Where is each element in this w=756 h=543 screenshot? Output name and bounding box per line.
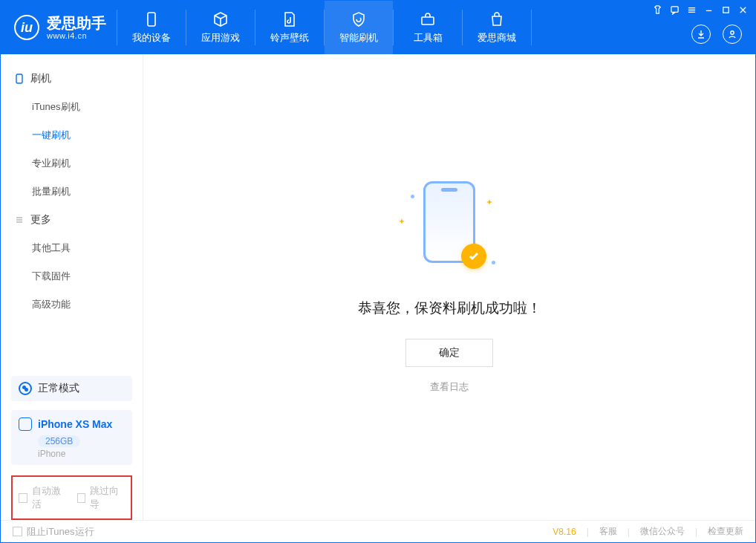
checkbox-block-itunes[interactable]: 阻止iTunes运行 (13, 525, 94, 539)
phone-small-icon (14, 74, 25, 84)
sparkle-icon (399, 214, 405, 220)
brand-logo-icon: iu (14, 15, 39, 40)
nav-toolbox[interactable]: 工具箱 (394, 1, 462, 54)
header-actions (691, 25, 742, 44)
device-name: iPhone XS Max (38, 418, 112, 430)
sidebar-section-flash: 刷机 (1, 65, 143, 93)
list-icon (14, 215, 25, 225)
device-icon (19, 417, 32, 431)
success-illustration (390, 181, 509, 278)
check-update-link[interactable]: 检查更新 (708, 525, 743, 538)
nav-store[interactable]: 爱思商城 (463, 1, 531, 54)
close-icon[interactable] (738, 5, 748, 15)
sidebar-section-label: 更多 (30, 213, 51, 227)
separator: | (695, 527, 697, 537)
wechat-link[interactable]: 微信公众号 (640, 525, 685, 538)
sidebar: 刷机 iTunes刷机 一键刷机 专业刷机 批量刷机 更多 其他工具 下载固件 … (1, 54, 143, 520)
nav-label: 工具箱 (414, 31, 443, 45)
main-nav: 我的设备 应用游戏 铃声壁纸 智能刷机 工具箱 爱思商城 (117, 1, 532, 54)
sidebar-item-download-firmware[interactable]: 下载固件 (1, 262, 143, 290)
nav-ring-wallpaper[interactable]: 铃声壁纸 (255, 1, 324, 54)
checkbox-icon (13, 527, 22, 536)
user-icon[interactable] (723, 25, 742, 44)
nav-label: 应用游戏 (201, 31, 240, 45)
success-message: 恭喜您，保资料刷机成功啦！ (358, 299, 541, 318)
minimize-icon[interactable] (704, 5, 714, 15)
svg-rect-3 (723, 7, 729, 13)
sidebar-item-advanced[interactable]: 高级功能 (1, 290, 143, 319)
nav-smart-flash[interactable]: 智能刷机 (325, 1, 393, 54)
ok-button[interactable]: 确定 (405, 339, 493, 367)
brand-subtitle: www.i4.cn (47, 31, 106, 40)
sidebar-item-other-tools[interactable]: 其他工具 (1, 234, 143, 262)
nav-my-device[interactable]: 我的设备 (117, 1, 186, 54)
checkbox-label: 跳过向导 (90, 484, 125, 511)
sidebar-item-pro-flash[interactable]: 专业刷机 (1, 149, 143, 178)
dot-icon (411, 195, 414, 198)
feedback-icon[interactable] (670, 5, 680, 15)
svg-rect-5 (16, 74, 22, 83)
mode-card[interactable]: 正常模式 (11, 376, 132, 401)
separator: | (628, 527, 630, 537)
brand-title: 爱思助手 (47, 15, 106, 31)
checkbox-label: 自动激活 (32, 484, 67, 511)
svg-rect-1 (422, 17, 434, 25)
nav-label: 智能刷机 (339, 31, 378, 45)
svg-rect-0 (148, 13, 155, 26)
version-label: V8.16 (553, 527, 576, 537)
window-controls (653, 5, 748, 15)
nav-label: 铃声壁纸 (270, 31, 309, 45)
device-capacity: 256GB (38, 435, 80, 447)
sidebar-section-more: 更多 (1, 206, 143, 234)
options-highlight-box: 自动激活 跳过向导 (11, 475, 132, 520)
toolbox-icon (419, 10, 437, 28)
nav-apps-games[interactable]: 应用游戏 (186, 1, 255, 54)
check-badge-icon (461, 244, 486, 269)
dot-icon (492, 261, 495, 264)
checkbox-icon (19, 493, 27, 503)
nav-divider (531, 10, 532, 45)
brand: iu 爱思助手 www.i4.cn (1, 1, 117, 54)
checkbox-icon (77, 493, 86, 503)
nav-label: 爱思商城 (478, 31, 516, 45)
menu-icon[interactable] (687, 5, 697, 15)
nav-label: 我的设备 (132, 31, 171, 45)
sidebar-section-label: 刷机 (30, 72, 51, 85)
download-icon[interactable] (691, 25, 711, 44)
mode-icon (19, 382, 32, 395)
sidebar-item-batch-flash[interactable]: 批量刷机 (1, 178, 143, 206)
shield-refresh-icon (350, 10, 368, 28)
app-body: 刷机 iTunes刷机 一键刷机 专业刷机 批量刷机 更多 其他工具 下载固件 … (1, 54, 755, 520)
sparkle-icon (486, 195, 492, 201)
status-bar: 阻止iTunes运行 V8.16 | 客服 | 微信公众号 | 检查更新 (1, 520, 755, 542)
checkbox-skip-guide[interactable]: 跳过向导 (77, 484, 126, 511)
device-type: iPhone (38, 449, 125, 459)
footer-right: V8.16 | 客服 | 微信公众号 | 检查更新 (553, 525, 743, 538)
checkbox-auto-activate[interactable]: 自动激活 (19, 484, 67, 511)
shirt-icon[interactable] (653, 5, 662, 15)
support-link[interactable]: 客服 (599, 525, 617, 538)
music-file-icon (281, 10, 299, 28)
device-icon (143, 10, 160, 28)
separator: | (587, 527, 589, 537)
device-card[interactable]: iPhone XS Max 256GB iPhone (11, 410, 132, 465)
sidebar-item-itunes-flash[interactable]: iTunes刷机 (1, 93, 143, 121)
cube-icon (212, 10, 229, 28)
maximize-icon[interactable] (721, 5, 731, 15)
app-header: iu 爱思助手 www.i4.cn 我的设备 应用游戏 铃声壁纸 智能刷机 (1, 1, 755, 54)
view-log-link[interactable]: 查看日志 (430, 380, 469, 394)
mode-label: 正常模式 (38, 382, 79, 395)
checkbox-label: 阻止iTunes运行 (27, 525, 94, 539)
bag-icon (488, 10, 506, 28)
main-panel: 恭喜您，保资料刷机成功啦！ 确定 查看日志 (143, 54, 755, 520)
svg-point-4 (731, 31, 734, 34)
svg-rect-2 (671, 7, 678, 12)
sidebar-item-oneclick-flash[interactable]: 一键刷机 (1, 121, 143, 149)
